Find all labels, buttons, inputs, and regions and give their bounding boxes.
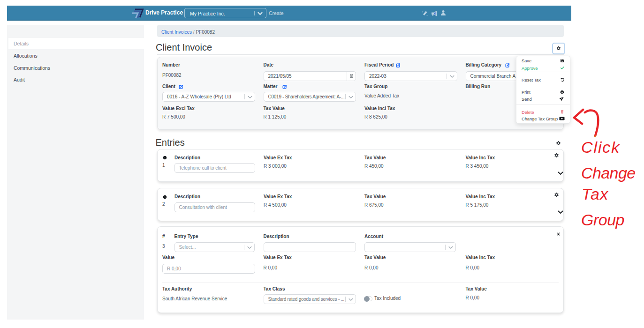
svg-text:Click: Click <box>581 138 620 156</box>
svg-text:Tax: Tax <box>582 185 609 203</box>
svg-text:Group: Group <box>581 211 624 229</box>
svg-text:Change: Change <box>581 164 636 182</box>
